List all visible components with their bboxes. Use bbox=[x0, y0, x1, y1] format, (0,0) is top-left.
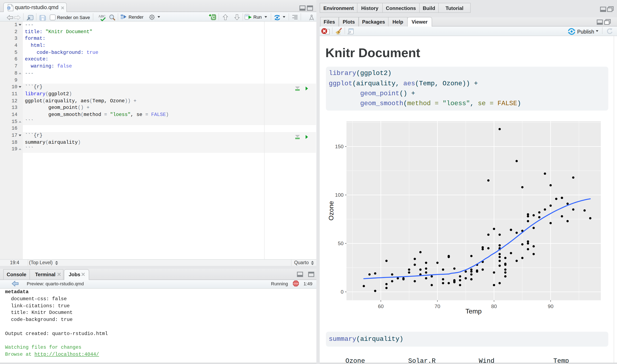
svg-text:150: 150 bbox=[335, 144, 343, 149]
svg-text:50: 50 bbox=[338, 241, 343, 246]
svg-text:STOP: STOP bbox=[293, 282, 298, 285]
svg-text:Ozone: Ozone bbox=[327, 201, 335, 221]
svg-text:0: 0 bbox=[341, 289, 343, 295]
svg-text:70: 70 bbox=[435, 304, 440, 309]
svg-text:Temp: Temp bbox=[466, 308, 482, 315]
svg-text:80: 80 bbox=[491, 304, 497, 309]
svg-text:90: 90 bbox=[548, 304, 554, 309]
svg-text:60: 60 bbox=[378, 304, 384, 309]
svg-text:100: 100 bbox=[335, 192, 343, 198]
